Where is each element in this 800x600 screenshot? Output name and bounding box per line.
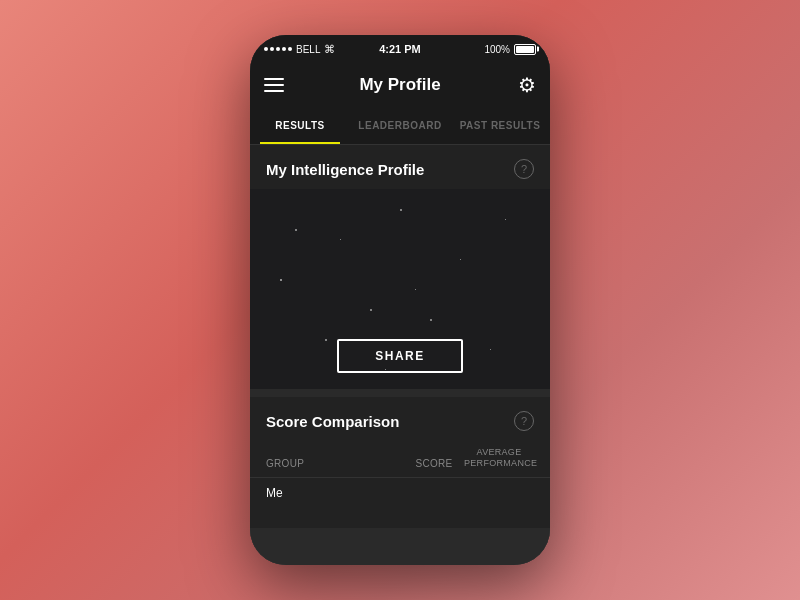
tab-bar: RESULTS LEADERBOARD PAST RESULTS	[250, 107, 550, 145]
star	[370, 309, 372, 311]
star	[460, 259, 461, 260]
phone-frame: BELL ⌘ 4:21 PM 100% My Profile ⚙ RESULTS	[250, 35, 550, 565]
score-section: Score Comparison ? Group Score AveragePe…	[250, 397, 550, 528]
wifi-icon: ⌘	[324, 43, 335, 56]
battery-bar	[514, 44, 536, 55]
col-score-header: Score	[404, 458, 464, 469]
col-avg-header: AveragePerformance	[464, 447, 534, 469]
signal-dot	[282, 47, 286, 51]
status-right: 100%	[484, 44, 536, 55]
hamburger-button[interactable]	[264, 78, 284, 92]
star	[280, 279, 282, 281]
row-group-label: Me	[266, 486, 404, 500]
header: My Profile ⚙	[250, 63, 550, 107]
status-time: 4:21 PM	[379, 43, 421, 55]
signal-dots	[264, 47, 292, 51]
battery-label: 100%	[484, 44, 510, 55]
score-table-header: Group Score AveragePerformance	[250, 441, 550, 478]
col-group-header: Group	[266, 458, 404, 469]
score-title: Score Comparison	[266, 413, 399, 430]
status-bar: BELL ⌘ 4:21 PM 100%	[250, 35, 550, 63]
signal-dot	[288, 47, 292, 51]
intelligence-title: My Intelligence Profile	[266, 161, 424, 178]
share-button[interactable]: SHARE	[337, 339, 463, 373]
tab-leaderboard[interactable]: LEADERBOARD	[350, 107, 450, 144]
table-row: Me	[250, 478, 550, 508]
star	[415, 289, 416, 290]
star	[430, 319, 432, 321]
star	[400, 209, 402, 211]
content-area: My Intelligence Profile ?	[250, 145, 550, 565]
intelligence-help-icon[interactable]: ?	[514, 159, 534, 179]
hamburger-line	[264, 78, 284, 80]
intelligence-visual: SHARE	[250, 189, 550, 389]
score-section-header: Score Comparison ?	[250, 397, 550, 441]
star	[340, 239, 341, 240]
page-title: My Profile	[359, 75, 440, 95]
settings-icon[interactable]: ⚙	[518, 75, 536, 95]
star	[295, 229, 297, 231]
intelligence-section-header: My Intelligence Profile ?	[250, 145, 550, 189]
signal-dot	[276, 47, 280, 51]
battery-fill	[516, 46, 534, 53]
signal-dot	[264, 47, 268, 51]
tab-results[interactable]: RESULTS	[250, 107, 350, 144]
battery-icon	[514, 44, 536, 55]
hamburger-line	[264, 90, 284, 92]
intelligence-section: My Intelligence Profile ?	[250, 145, 550, 389]
score-help-icon[interactable]: ?	[514, 411, 534, 431]
star	[505, 219, 506, 220]
hamburger-line	[264, 84, 284, 86]
status-left: BELL ⌘	[264, 43, 335, 56]
signal-dot	[270, 47, 274, 51]
share-button-wrapper: SHARE	[250, 323, 550, 389]
tab-past-results[interactable]: PAST RESULTS	[450, 107, 550, 144]
carrier-label: BELL	[296, 44, 320, 55]
